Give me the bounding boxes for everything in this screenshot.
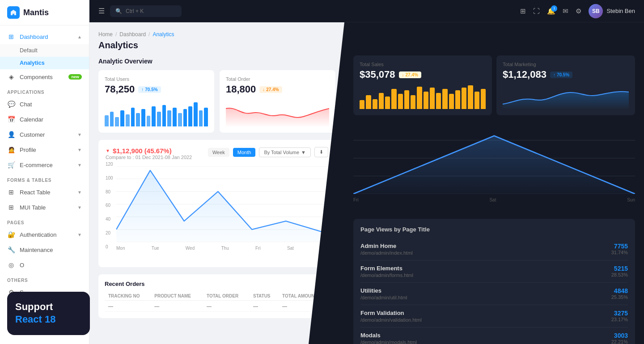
sidebar-item-authentication[interactable]: 🔐 Authentication ▼: [0, 227, 89, 242]
pv-item-modals: Modals /demo/admin/modals.html 3003 22.2…: [360, 327, 628, 344]
page-title: Analytics: [98, 40, 335, 50]
pv-right: 7755 31.74%: [611, 243, 628, 255]
stat-value-marketing: $1,12,083 ↑ 70.5%: [503, 69, 629, 80]
new-badge: new: [68, 74, 82, 80]
table-row: — — — — —: [105, 301, 329, 312]
pv-count: 4848: [611, 287, 628, 294]
sidebar-item-o[interactable]: ◎ O: [0, 257, 89, 273]
app-name: Mantis: [23, 8, 49, 17]
stat-card-marketing: Total Marketing $1,12,083 ↑ 70.5%: [496, 55, 635, 115]
sidebar-item-default[interactable]: Default: [0, 44, 89, 57]
circle-icon: ◎: [7, 261, 15, 268]
sidebar-item-label: O: [20, 262, 24, 268]
sidebar-item-label: Customer: [20, 131, 45, 138]
sidebar-item-components[interactable]: ◈ Components new: [0, 69, 89, 84]
pv-path: /demo/admin/validation.html: [360, 317, 422, 323]
stat-value-order: 18,800 ↓ 27.4%: [226, 84, 329, 95]
pv-item-form-elements: Form Elements /demo/admin/forms.html 521…: [360, 260, 628, 283]
col-total-order: Total Order: [203, 292, 250, 301]
pv-name: Form Elements: [360, 265, 413, 272]
pv-name: Form Validation: [360, 310, 422, 316]
stat-label-marketing: Total Marketing: [503, 62, 629, 67]
messages-icon[interactable]: ✉: [563, 7, 568, 15]
breadcrumb-home[interactable]: Home: [98, 31, 113, 38]
search-input[interactable]: [126, 8, 170, 14]
chevron-down-icon: ▼: [77, 205, 82, 210]
volume-button[interactable]: By Total Volume ▼: [259, 147, 311, 157]
sidebar-item-react-table[interactable]: ⊞ React Table ▼: [0, 185, 89, 200]
pv-right: 4848 25.35%: [611, 287, 628, 300]
menu-toggle-button[interactable]: ☰: [98, 7, 105, 15]
topbar-left: ☰ 🔍: [98, 5, 182, 17]
recent-orders-card: Recent Orders Tracking No Product Name T…: [98, 274, 335, 318]
x-label-sat: Sat: [489, 197, 496, 202]
user-avatar[interactable]: SB Stebin Ben: [589, 4, 635, 18]
sidebar-item-label: Components: [20, 74, 53, 80]
pv-left: Form Validation /demo/admin/validation.h…: [360, 310, 422, 323]
income-value: $1,12,900 (45.67%): [113, 147, 172, 155]
support-react18-popup[interactable]: Support React 18: [7, 292, 90, 335]
cell-product: —: [151, 301, 203, 312]
income-overview-card: ▼ $1,12,900 (45.67%) Compare to : 01 Dec…: [98, 140, 335, 267]
dark-income-chart: Fri Sat Sun: [353, 122, 635, 212]
breadcrumb-dashboard[interactable]: Dashboard: [119, 31, 146, 38]
sidebar-item-calendar[interactable]: 📅 Calendar: [0, 112, 89, 127]
col-status: Status: [250, 292, 279, 301]
marketing-area-chart: [503, 84, 629, 109]
sidebar-item-label: Profile: [20, 147, 36, 153]
col-product: Product Name: [151, 292, 203, 301]
section-label-pages: Pages: [0, 215, 89, 227]
users-bar-chart: [105, 100, 208, 126]
breadcrumb: Home / Dashboard / Analytics: [98, 31, 335, 38]
pv-item-admin-home: Admin Home /demo/admin/index.html 7755 3…: [360, 238, 628, 260]
sidebar-logo: Mantis: [0, 0, 89, 25]
pv-path: /demo/admin/forms.html: [360, 273, 413, 278]
pv-pct: 22.21%: [611, 339, 628, 344]
dashboard-submenu: Default Analytics: [0, 44, 89, 69]
sales-bar-chart: [360, 84, 486, 109]
pv-pct: 23.17%: [611, 317, 628, 322]
stat-card-order: Total Order 18,800 ↓ 27.4%: [220, 70, 335, 133]
search-container: 🔍: [110, 5, 182, 17]
apps-icon[interactable]: ⊞: [520, 7, 526, 15]
settings-gear-icon[interactable]: ⚙: [576, 7, 581, 15]
stat-badge-marketing: ↑ 70.5%: [550, 71, 572, 78]
avatar-image: SB: [589, 4, 603, 18]
search-icon: 🔍: [115, 8, 122, 14]
x-label-fri: Fri: [353, 197, 359, 202]
topbar-right: ⊞ ⛶ 🔔 1 ✉ ⚙ SB Stebin Ben: [520, 4, 635, 18]
sidebar-item-profile[interactable]: 🙍 Profile ▼: [0, 142, 89, 157]
fullscreen-icon[interactable]: ⛶: [533, 7, 540, 15]
pv-right: 3003 22.21%: [611, 332, 628, 344]
sidebar-item-analytics[interactable]: Analytics: [0, 57, 89, 69]
analytic-overview-title: Analytic Overview: [98, 58, 335, 65]
cell-tracking: —: [105, 301, 151, 312]
sidebar-item-customer[interactable]: 👤 Customer ▼: [0, 127, 89, 142]
month-button[interactable]: Month: [233, 148, 256, 157]
pv-item-utilities: Utilities /demo/admin/util.html 4848 25.…: [360, 283, 628, 305]
pv-right: 3275 23.17%: [611, 310, 628, 322]
pv-item-form-validation: Form Validation /demo/admin/validation.h…: [360, 305, 628, 327]
download-button[interactable]: ⬇: [314, 147, 328, 157]
pv-left: Utilities /demo/admin/util.html: [360, 287, 407, 300]
pv-left: Admin Home /demo/admin/index.html: [360, 243, 413, 256]
sidebar-item-ecommerce[interactable]: 🛒 E-commerce ▼: [0, 157, 89, 172]
sidebar-item-chat[interactable]: 💬 Chat: [0, 96, 89, 112]
main-wrapper: ☰ 🔍 ⊞ ⛶ 🔔 1 ✉ ⚙ SB Stebin Ben: [89, 0, 644, 344]
sidebar-item-label: Calendar: [20, 116, 43, 123]
pv-name: Admin Home: [360, 243, 413, 249]
chevron-down-icon: ▼: [77, 163, 82, 168]
sidebar-item-dashboard[interactable]: ⊞ Dashboard ▲: [0, 29, 89, 44]
pv-pct: 25.35%: [611, 294, 628, 300]
sidebar-item-maintenance[interactable]: 🔧 Maintenance: [0, 242, 89, 257]
stat-card-sales: Total Sales $35,078 ↓ 27.4%: [353, 55, 492, 115]
pv-count: 3003: [611, 332, 628, 339]
sidebar-item-mui-table[interactable]: ⊞ MUI Table ▼: [0, 200, 89, 215]
notification-bell[interactable]: 🔔 1: [547, 7, 555, 15]
week-button[interactable]: Week: [208, 148, 229, 157]
sidebar-item-label: MUI Table: [20, 204, 46, 211]
maintenance-icon: 🔧: [7, 246, 15, 253]
pv-left: Form Elements /demo/admin/forms.html: [360, 265, 413, 278]
pv-pct: 31.74%: [611, 250, 628, 255]
x-axis: MonTueWedThuFriSatSun: [106, 246, 328, 251]
